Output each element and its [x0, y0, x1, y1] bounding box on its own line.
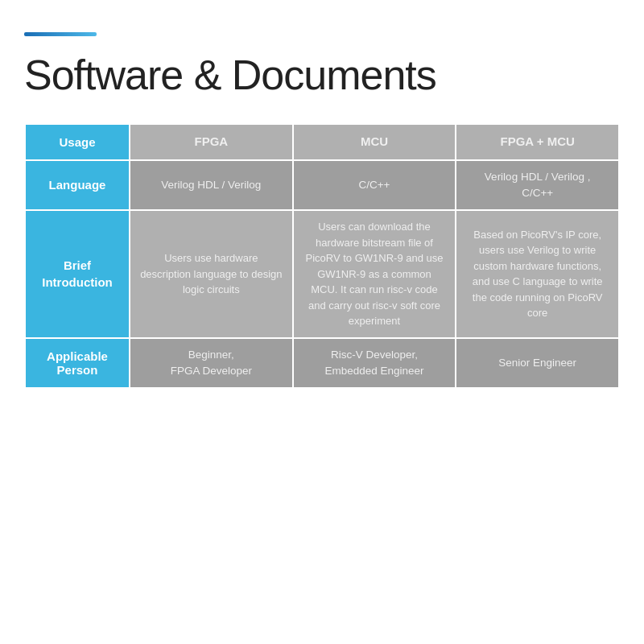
cell-language-fpga: Verilog HDL / Verilog: [130, 160, 293, 211]
cell-usage-mcu: MCU: [293, 124, 456, 160]
row-usage: Usage FPGA MCU FPGA + MCU: [25, 124, 619, 160]
label-brief: Brief Introduction: [25, 210, 130, 338]
cell-applicable-fpga-mcu: Senior Engineer: [456, 338, 619, 389]
label-usage: Usage: [25, 124, 130, 160]
cell-usage-fpga: FPGA: [130, 124, 293, 160]
cell-applicable-mcu: Risc-V Developer, Embedded Engineer: [293, 338, 456, 389]
label-applicable: Applicable Person: [25, 338, 130, 389]
cell-brief-fpga: Users use hardware description language …: [130, 210, 293, 338]
label-language: Language: [25, 160, 130, 211]
table-wrapper: Usage FPGA MCU FPGA + MCU Language Veril…: [24, 123, 620, 389]
cell-language-fpga-mcu: Verilog HDL / Verilog , C/C++: [456, 160, 619, 211]
cell-language-mcu: C/C++: [293, 160, 456, 211]
page-title: Software & Documents: [24, 51, 620, 99]
cell-applicable-fpga: Beginner, FPGA Developer: [130, 338, 293, 389]
accent-bar: [24, 32, 97, 36]
row-applicable: Applicable Person Beginner, FPGA Develop…: [25, 338, 619, 389]
cell-brief-fpga-mcu: Based on PicoRV's IP core, users use Ver…: [456, 210, 619, 338]
page-container: Software & Documents Usage FPGA MCU FPGA…: [0, 0, 644, 644]
row-language: Language Verilog HDL / Verilog C/C++ Ver…: [25, 160, 619, 211]
cell-usage-fpga-mcu: FPGA + MCU: [456, 124, 619, 160]
cell-brief-mcu: Users can download the hardware bitstrea…: [293, 210, 456, 338]
main-table: Usage FPGA MCU FPGA + MCU Language Veril…: [24, 123, 620, 389]
row-brief: Brief Introduction Users use hardware de…: [25, 210, 619, 338]
